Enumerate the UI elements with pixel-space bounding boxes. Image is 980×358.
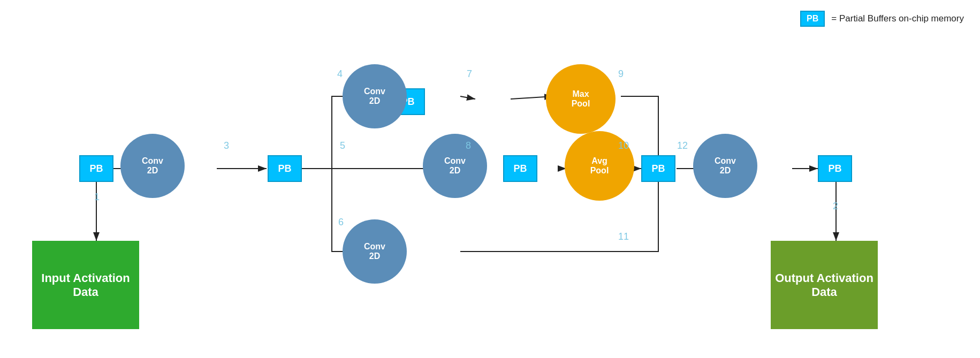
num-label-4: 4 xyxy=(337,68,343,80)
conv-2d-last: Conv2D xyxy=(693,134,757,198)
max-pool: MaxPool xyxy=(546,64,616,134)
conv-2d-1: Conv2D xyxy=(120,134,185,198)
num-label-9: 9 xyxy=(618,68,624,80)
num-label-8: 8 xyxy=(466,140,471,151)
num-label-1: 1 xyxy=(94,192,100,203)
pb-box-3: PB xyxy=(268,155,302,182)
num-label-12: 12 xyxy=(677,140,688,151)
num-label-5: 5 xyxy=(340,140,345,151)
num-label-7: 7 xyxy=(467,68,472,80)
pb-box-8: PB xyxy=(503,155,537,182)
num-label-2: 2 xyxy=(833,201,838,212)
output-activation-box: Output Activation Data xyxy=(771,241,878,329)
conv-2d-4: Conv2D xyxy=(343,64,407,128)
conv-2d-5: Conv2D xyxy=(423,134,487,198)
num-label-6: 6 xyxy=(338,217,344,228)
svg-line-5 xyxy=(460,96,475,99)
diagram: PB = Partial Buffers on-chip memory xyxy=(0,0,980,358)
pb-box-1: PB xyxy=(79,155,113,182)
pb-box-out: PB xyxy=(818,155,852,182)
num-label-3: 3 xyxy=(224,140,229,151)
input-activation-box: Input Activation Data xyxy=(32,241,139,329)
pb-box-10: PB xyxy=(641,155,675,182)
conv-2d-6: Conv2D xyxy=(343,219,407,284)
num-label-11: 11 xyxy=(618,231,629,242)
num-label-10: 10 xyxy=(618,140,629,151)
